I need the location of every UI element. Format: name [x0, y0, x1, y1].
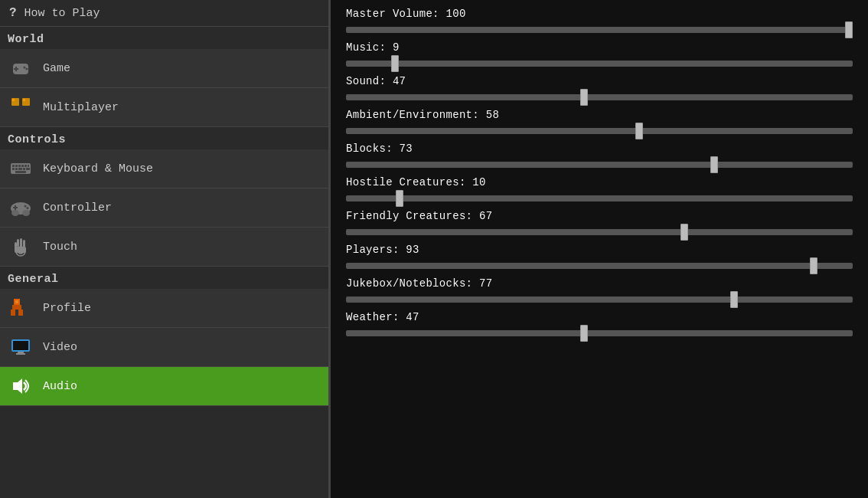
multiplayer-icon — [9, 96, 32, 119]
slider-label-blocks: Blocks: 73 — [346, 143, 853, 155]
slider-track-music — [346, 57, 853, 70]
svg-rect-29 — [17, 239, 19, 247]
slider-track-master-volume — [346, 23, 853, 37]
slider-track-sound — [346, 90, 853, 104]
svg-rect-15 — [28, 165, 29, 167]
svg-rect-39 — [11, 310, 15, 316]
audio-icon — [9, 375, 32, 398]
slider-label-hostile-creatures: Hostile Creatures: 10 — [346, 176, 853, 188]
controller-icon — [9, 196, 32, 219]
svg-rect-16 — [12, 168, 15, 170]
slider-input-hostile-creatures[interactable] — [346, 195, 853, 201]
svg-rect-24 — [13, 207, 18, 208]
how-to-play-item[interactable]: ? How to Play — [0, 0, 328, 27]
svg-point-4 — [26, 68, 28, 70]
svg-rect-12 — [18, 165, 21, 167]
slider-label-ambient: Ambient/Environment: 58 — [346, 109, 853, 121]
slider-track-weather — [346, 326, 853, 340]
how-to-play-label: How to Play — [24, 7, 100, 20]
slider-label-players: Players: 93 — [346, 244, 853, 256]
svg-marker-45 — [13, 378, 22, 394]
sidebar-item-keyboard-mouse[interactable]: Keyboard & Mouse — [0, 149, 328, 188]
sidebar-item-touch[interactable]: Touch — [0, 228, 328, 267]
slider-track-jukebox — [346, 293, 853, 306]
slider-group-ambient: Ambient/Environment: 58 — [346, 109, 853, 138]
touch-label: Touch — [43, 241, 77, 254]
slider-group-jukebox: Jukebox/Noteblocks: 77 — [346, 277, 853, 306]
svg-rect-2 — [14, 68, 18, 70]
slider-input-sound[interactable] — [346, 94, 853, 100]
multiplayer-label: Multiplayer — [43, 101, 119, 114]
slider-input-music[interactable] — [346, 61, 853, 67]
slider-label-sound: Sound: 47 — [346, 75, 853, 87]
slider-track-blocks — [346, 158, 853, 172]
sidebar-item-game[interactable]: Game — [0, 49, 328, 88]
question-icon: ? — [9, 6, 17, 20]
svg-point-25 — [24, 205, 27, 208]
slider-input-blocks[interactable] — [346, 162, 853, 168]
profile-label: Profile — [43, 302, 91, 315]
touch-icon — [9, 235, 32, 258]
svg-rect-37 — [15, 300, 18, 303]
svg-rect-8 — [23, 99, 25, 101]
svg-rect-17 — [15, 168, 18, 170]
slider-group-players: Players: 93 — [346, 244, 853, 273]
slider-group-weather: Weather: 47 — [346, 311, 853, 340]
game-label: Game — [43, 62, 70, 75]
slider-track-players — [346, 259, 853, 273]
sidebar: ? How to Play World Game — [0, 0, 331, 498]
audio-label: Audio — [43, 380, 77, 393]
slider-label-friendly-creatures: Friendly Creatures: 67 — [346, 210, 853, 222]
svg-rect-42 — [13, 341, 28, 350]
slider-input-master-volume[interactable] — [346, 27, 853, 33]
svg-rect-20 — [26, 168, 30, 170]
slider-label-master-volume: Master Volume: 100 — [346, 8, 853, 20]
svg-rect-30 — [20, 238, 22, 247]
video-icon — [9, 336, 32, 359]
slider-group-friendly-creatures: Friendly Creatures: 67 — [346, 210, 853, 239]
svg-rect-44 — [16, 353, 25, 355]
video-label: Video — [43, 341, 77, 354]
svg-rect-40 — [18, 310, 23, 316]
keyboard-icon — [9, 157, 32, 180]
slider-track-friendly-creatures — [346, 225, 853, 239]
svg-rect-21 — [15, 171, 26, 173]
slider-label-jukebox: Jukebox/Noteblocks: 77 — [346, 277, 853, 290]
svg-rect-7 — [12, 99, 15, 101]
world-section-header: World — [0, 27, 328, 49]
slider-input-players[interactable] — [346, 263, 853, 269]
slider-label-music: Music: 9 — [346, 41, 853, 54]
controls-section-header: Controls — [0, 127, 328, 149]
slider-group-blocks: Blocks: 73 — [346, 143, 853, 172]
general-section-header: General — [0, 267, 328, 289]
svg-rect-11 — [15, 165, 18, 167]
sidebar-item-video[interactable]: Video — [0, 328, 328, 367]
keyboard-mouse-label: Keyboard & Mouse — [43, 162, 153, 175]
svg-point-3 — [24, 67, 26, 69]
slider-input-jukebox[interactable] — [346, 297, 853, 303]
controller-label: Controller — [43, 201, 112, 215]
slider-group-music: Music: 9 — [346, 41, 853, 70]
svg-rect-43 — [18, 352, 24, 353]
sidebar-item-controller[interactable]: Controller — [0, 188, 328, 228]
profile-icon — [9, 297, 32, 319]
svg-rect-18 — [18, 168, 22, 170]
game-icon — [9, 57, 32, 80]
sidebar-item-multiplayer[interactable]: Multiplayer — [0, 88, 328, 127]
slider-input-ambient[interactable] — [346, 128, 853, 134]
svg-rect-19 — [23, 168, 25, 170]
slider-track-ambient — [346, 124, 853, 138]
slider-input-weather[interactable] — [346, 330, 853, 336]
svg-point-27 — [11, 210, 19, 216]
slider-track-hostile-creatures — [346, 192, 853, 205]
sidebar-item-audio[interactable]: Audio — [0, 367, 328, 406]
svg-rect-31 — [23, 240, 25, 247]
sidebar-item-profile[interactable]: Profile — [0, 289, 328, 328]
main-content: Master Volume: 100Music: 9Sound: 47Ambie… — [331, 0, 868, 498]
slider-input-friendly-creatures[interactable] — [346, 229, 853, 235]
slider-group-master-volume: Master Volume: 100 — [346, 8, 853, 37]
svg-point-26 — [27, 207, 29, 209]
slider-label-weather: Weather: 47 — [346, 311, 853, 323]
svg-rect-14 — [24, 165, 27, 167]
svg-rect-13 — [21, 165, 24, 167]
